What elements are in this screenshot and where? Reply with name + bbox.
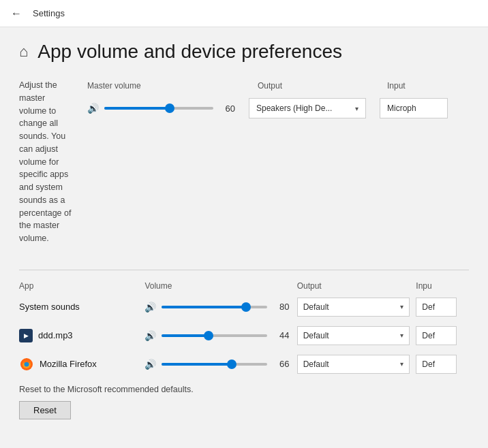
system-sounds-fill [162,306,246,308]
master-output-dropdown-text: Speakers (High De... [256,103,351,113]
master-input-label: Input [387,81,406,91]
firefox-slider[interactable] [162,363,267,366]
ddd-output-arrow: ▾ [400,332,403,339]
app-name-ddd: ddd.mp3 [19,329,144,342]
master-controls: Master volume Output Input 🔊 60 [87,79,469,245]
app-name-system-sounds: System sounds [19,302,144,312]
master-description: Adjust the master volume to change all s… [19,79,74,245]
system-sounds-label: System sounds [19,302,80,312]
app-in-system-sounds: Def [416,298,469,317]
main-content: ⌂ App volume and device preferences Adju… [0,27,488,448]
system-sounds-output-text: Default [303,302,396,312]
firefox-fill [162,363,231,366]
firefox-vol-icon: 🔊 [144,359,156,370]
app-vol-system-sounds: 🔊 80 [144,302,296,313]
master-volume-label: Master volume [87,81,141,91]
col-volume-label: Volume [144,281,172,291]
system-sounds-output-arrow: ▾ [400,303,403,310]
firefox-input-text: Def [422,359,451,369]
app-in-ddd: Def [416,326,469,345]
app-row-ddd-mp3: ddd.mp3 🔊 44 Default ▾ Def [19,326,469,345]
ddd-output-text: Default [303,331,396,340]
page-header: ⌂ App volume and device preferences [19,41,469,63]
app-vol-firefox: 🔊 66 [144,359,296,370]
firefox-value: 66 [273,359,289,369]
master-controls-header: Master volume Output Input [87,79,469,91]
system-sounds-vol-icon: 🔊 [144,302,156,313]
app-table-header: App Volume Output Inpu [19,281,469,291]
master-slider-row: 🔊 60 [87,103,235,114]
master-input-dropdown[interactable]: Microph [380,98,448,118]
ddd-label: ddd.mp3 [38,330,73,340]
system-sounds-output-dropdown[interactable]: Default ▾ [297,298,410,317]
master-slider-track[interactable] [104,107,213,110]
reset-button[interactable]: Reset [19,401,71,419]
master-output-label: Output [258,81,282,91]
col-app-label: App [19,281,33,291]
firefox-icon [19,357,34,372]
home-icon[interactable]: ⌂ [19,43,28,61]
ddd-input-text: Def [422,331,451,340]
settings-title: Settings [33,8,65,18]
firefox-thumb[interactable] [227,359,237,369]
master-vol-icon: 🔊 [87,103,99,114]
reset-label: Reset to the Microsoft recommended defau… [19,385,469,394]
col-input-label: Inpu [416,281,431,291]
firefox-output-text: Default [303,359,396,369]
page-title: App volume and device preferences [37,41,342,63]
app-vol-ddd: 🔊 44 [144,330,296,341]
ddd-input-dropdown[interactable]: Def [416,326,457,345]
app-in-firefox: Def [416,355,469,374]
system-sounds-thumb[interactable] [241,302,251,312]
system-sounds-input-text: Def [422,302,451,312]
master-section: Adjust the master volume to change all s… [19,79,469,245]
master-slider-thumb[interactable] [165,103,174,113]
master-row: 🔊 60 Speakers (High De... ▾ Microph [87,98,469,118]
firefox-label: Mozilla Firefox [40,359,97,369]
ddd-thumb[interactable] [204,331,213,340]
col-output-label: Output [297,281,322,291]
firefox-output-dropdown[interactable]: Default ▾ [297,355,410,374]
app-out-system-sounds: Default ▾ [297,298,416,317]
ddd-fill [162,334,208,337]
system-sounds-input-dropdown[interactable]: Def [416,298,457,317]
app-row-firefox: Mozilla Firefox 🔊 66 Default ▾ Def [19,355,469,374]
reset-section: Reset to the Microsoft recommended defau… [19,385,469,419]
app-out-firefox: Default ▾ [297,355,416,374]
back-button[interactable]: ← [8,5,25,22]
firefox-input-dropdown[interactable]: Def [416,355,457,374]
ddd-vol-icon: 🔊 [144,330,156,341]
app-out-ddd: Default ▾ [297,326,416,345]
titlebar: ← Settings [0,0,488,27]
master-output-dropdown[interactable]: Speakers (High De... ▾ [249,98,366,118]
ddd-output-dropdown[interactable]: Default ▾ [297,326,410,345]
svg-point-2 [25,362,29,366]
master-output-dropdown-arrow: ▾ [355,105,359,112]
firefox-output-arrow: ▾ [400,360,403,368]
master-input-dropdown-text: Microph [387,103,440,113]
ddd-slider[interactable] [162,334,267,337]
system-sounds-value: 80 [273,302,289,312]
section-divider [19,270,469,270]
system-sounds-slider[interactable] [162,306,267,308]
ddd-value: 44 [273,330,289,340]
app-name-firefox: Mozilla Firefox [19,357,144,372]
master-slider-value: 60 [219,103,235,114]
app-row-system-sounds: System sounds 🔊 80 Default ▾ Def [19,298,469,317]
ddd-icon [19,329,33,342]
master-slider-fill [104,107,170,110]
